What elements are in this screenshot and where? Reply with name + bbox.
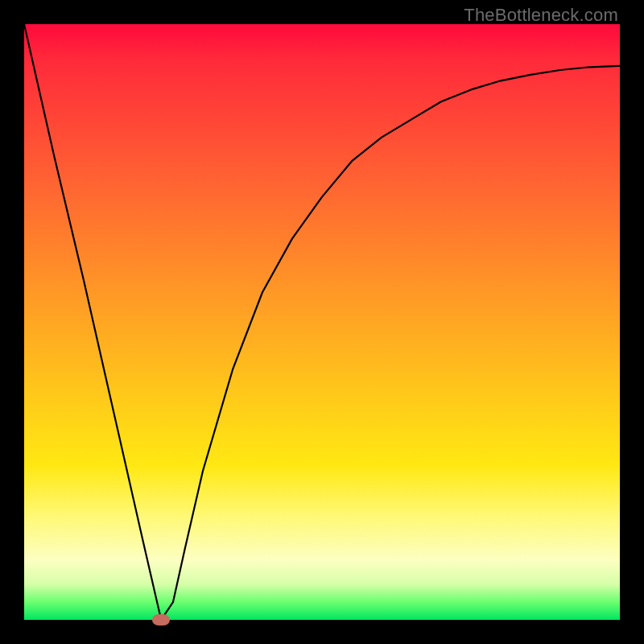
- chart-frame: TheBottleneck.com: [0, 0, 644, 644]
- plot-area: [24, 24, 620, 620]
- curve-path: [24, 24, 620, 620]
- min-marker: [152, 614, 170, 625]
- watermark-text: TheBottleneck.com: [464, 5, 618, 26]
- curve-svg: [24, 24, 620, 620]
